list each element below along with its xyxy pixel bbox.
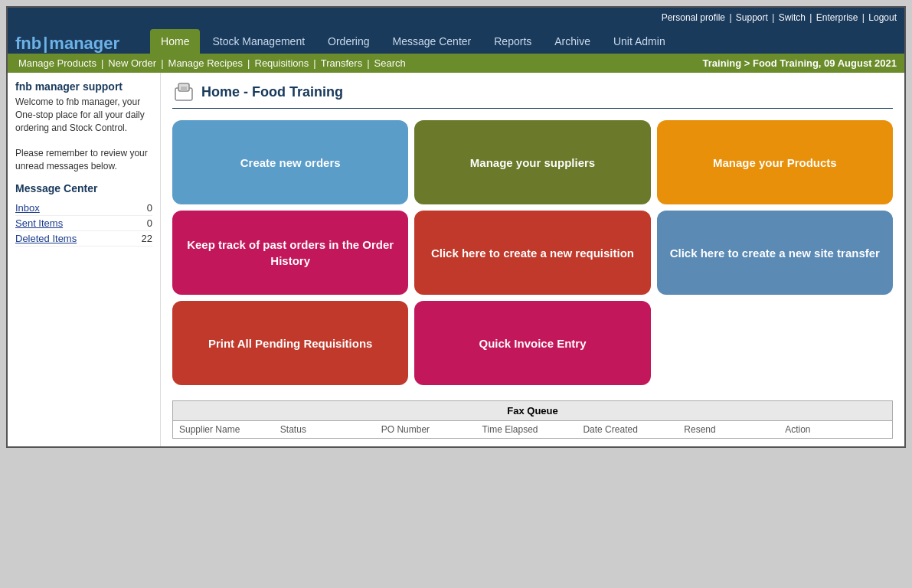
- transfers-link[interactable]: Transfers: [318, 57, 365, 69]
- col-action: Action: [785, 424, 886, 435]
- sent-items-count: 0: [147, 217, 152, 229]
- tab-stock-management[interactable]: Stock Management: [201, 29, 315, 54]
- fax-queue-columns: Supplier Name Status PO Number Time Elap…: [173, 421, 892, 438]
- page-header: Home - Food Training: [172, 80, 893, 109]
- svg-rect-2: [181, 87, 187, 91]
- content-panel: Home - Food Training Create new orders M…: [161, 73, 904, 446]
- tab-home[interactable]: Home: [150, 29, 200, 54]
- tile-site-transfer[interactable]: Click here to create a new site transfer: [657, 211, 893, 295]
- tab-archive[interactable]: Archive: [544, 29, 601, 54]
- tiles-grid: Create new orders Manage your suppliers …: [172, 120, 893, 385]
- new-order-link[interactable]: New Order: [105, 57, 159, 69]
- tab-reports[interactable]: Reports: [483, 29, 542, 54]
- col-date-created: Date Created: [583, 424, 684, 435]
- fax-queue-title: Fax Queue: [173, 401, 892, 421]
- sub-nav: Manage Products | New Order | Manage Rec…: [8, 54, 904, 73]
- personal-profile-link[interactable]: Personal profile: [662, 12, 725, 23]
- tab-ordering[interactable]: Ordering: [317, 29, 380, 54]
- tab-message-center[interactable]: Message Center: [382, 29, 482, 54]
- main-content: fnb manager support Welcome to fnb manag…: [8, 73, 904, 446]
- manage-products-link[interactable]: Manage Products: [15, 57, 100, 69]
- fax-queue: Fax Queue Supplier Name Status PO Number…: [172, 400, 893, 439]
- tile-new-requisition[interactable]: Click here to create a new requisition: [414, 211, 650, 295]
- logo-nav-row: fnb|manager Home Stock Management Orderi…: [8, 28, 904, 54]
- main-nav: Home Stock Management Ordering Message C…: [150, 29, 678, 54]
- inbox-item: Inbox 0: [15, 201, 152, 216]
- logo: fnb|manager: [15, 28, 135, 54]
- breadcrumb: Training > Food Training, 09 August 2021: [703, 57, 897, 69]
- sidebar-description: Welcome to fnb manager, your One-stop pl…: [15, 96, 152, 173]
- tile-manage-suppliers[interactable]: Manage your suppliers: [414, 120, 650, 204]
- sidebar-title: fnb manager support: [15, 80, 152, 93]
- tile-manage-products[interactable]: Manage your Products: [657, 120, 893, 204]
- page-title: Home - Food Training: [201, 84, 343, 100]
- logout-link[interactable]: Logout: [868, 12, 897, 23]
- col-time-elapsed: Time Elapsed: [482, 424, 583, 435]
- deleted-items-count: 22: [142, 233, 152, 244]
- deleted-items-link[interactable]: Deleted Items: [15, 233, 77, 244]
- tile-quick-invoice[interactable]: Quick Invoice Entry: [414, 301, 650, 385]
- tile-create-orders[interactable]: Create new orders: [172, 120, 408, 204]
- support-link[interactable]: Support: [736, 12, 768, 23]
- sent-items-item: Sent Items 0: [15, 216, 152, 231]
- inbox-link[interactable]: Inbox: [15, 202, 40, 214]
- col-po-number: PO Number: [381, 424, 482, 435]
- sub-nav-links: Manage Products | New Order | Manage Rec…: [15, 57, 409, 69]
- inbox-count: 0: [147, 202, 152, 214]
- col-status: Status: [280, 424, 381, 435]
- col-supplier-name: Supplier Name: [179, 424, 280, 435]
- tab-unit-admin[interactable]: Unit Admin: [603, 29, 676, 54]
- message-center-title: Message Center: [15, 182, 152, 194]
- logo-product: manager: [49, 34, 119, 53]
- logo-brand: fnb: [15, 34, 41, 53]
- top-bar: Personal profile | Support | Switch | En…: [8, 8, 904, 28]
- tile-print-requisitions[interactable]: Print All Pending Requisitions: [172, 301, 408, 385]
- enterprise-link[interactable]: Enterprise: [816, 12, 858, 23]
- tile-order-history[interactable]: Keep track of past orders in the Order H…: [172, 211, 408, 295]
- switch-link[interactable]: Switch: [779, 12, 806, 23]
- requisitions-link[interactable]: Requisitions: [252, 57, 312, 69]
- sent-items-link[interactable]: Sent Items: [15, 217, 63, 229]
- home-icon: [172, 80, 195, 103]
- deleted-items-item: Deleted Items 22: [15, 231, 152, 247]
- col-resend: Resend: [684, 424, 785, 435]
- search-link[interactable]: Search: [371, 57, 409, 69]
- sidebar: fnb manager support Welcome to fnb manag…: [8, 73, 161, 446]
- manage-recipes-link[interactable]: Manage Recipes: [165, 57, 247, 69]
